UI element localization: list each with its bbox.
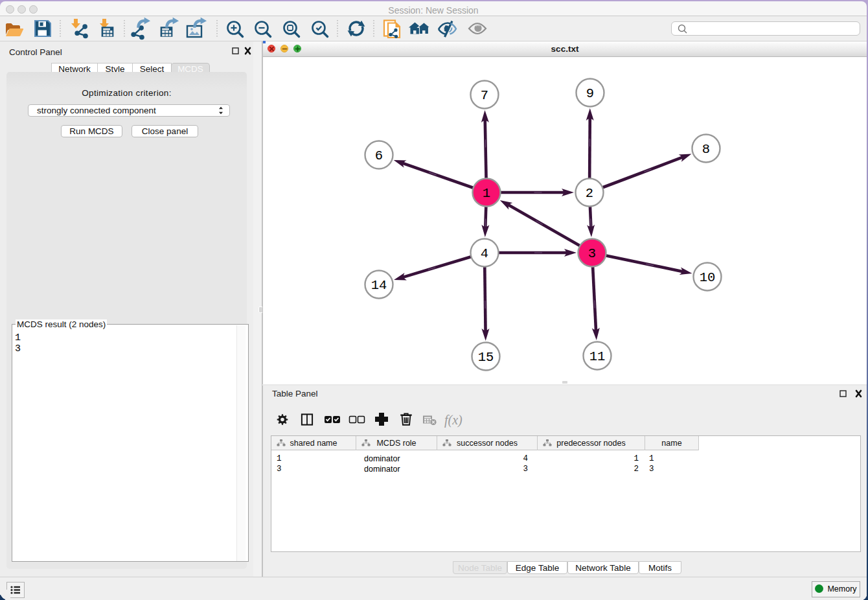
svg-text:2: 2 [586, 186, 593, 201]
svg-text:14: 14 [371, 278, 387, 293]
svg-text:9: 9 [586, 86, 594, 101]
svg-text:1: 1 [483, 186, 490, 201]
svg-text:10: 10 [700, 270, 716, 285]
svg-text:8: 8 [702, 142, 710, 157]
svg-text:4: 4 [481, 246, 488, 261]
svg-text:6: 6 [375, 148, 383, 163]
svg-text:15: 15 [478, 350, 494, 365]
svg-text:11: 11 [589, 349, 606, 364]
svg-text:f(x): f(x) [444, 413, 463, 428]
svg-text:7: 7 [481, 88, 488, 103]
svg-text:3: 3 [588, 246, 596, 261]
